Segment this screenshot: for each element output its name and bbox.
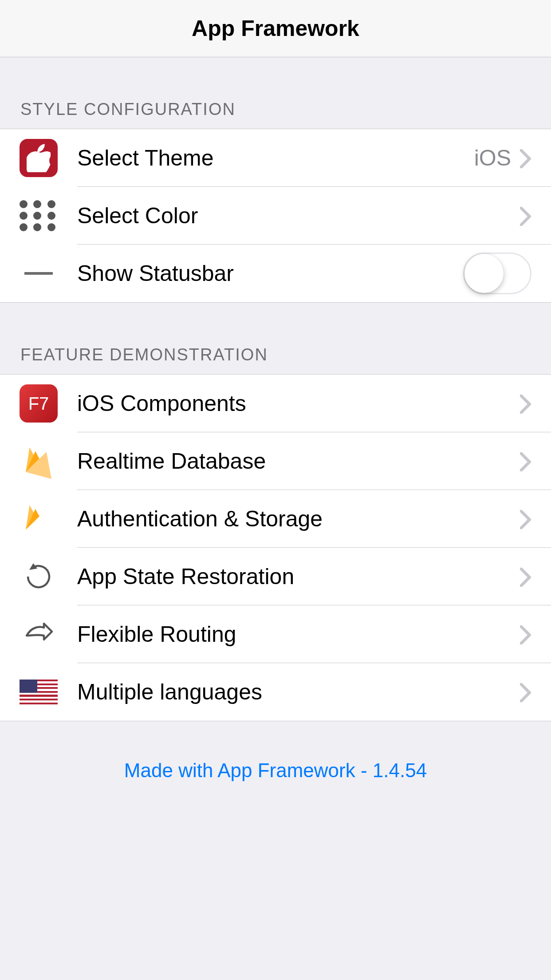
f7-icon: F7 — [20, 384, 58, 423]
label-ios-components: iOS Components — [77, 391, 520, 416]
list-feature-demonstration: F7 iOS Components Realtime Database Auth… — [0, 374, 551, 721]
chevron-right-icon — [520, 568, 531, 585]
chevron-right-icon — [520, 510, 531, 528]
firebase-icon — [20, 500, 58, 538]
row-authentication-storage[interactable]: Authentication & Storage — [0, 490, 551, 548]
navbar-title: App Framework — [192, 16, 359, 41]
chevron-right-icon — [520, 149, 531, 167]
firebase-icon — [20, 442, 58, 480]
chevron-right-icon — [520, 452, 531, 470]
row-select-theme[interactable]: Select Theme iOS — [0, 129, 551, 187]
share-arrow-icon — [20, 615, 58, 653]
chevron-right-icon — [520, 207, 531, 225]
chevron-right-icon — [520, 625, 531, 643]
refresh-icon — [20, 557, 58, 596]
dots-grid-icon — [20, 197, 58, 235]
row-show-statusbar: Show Statusbar — [0, 245, 551, 302]
section-header-feature: FEATURE DEMONSTRATION — [0, 303, 551, 374]
label-select-color: Select Color — [77, 203, 520, 229]
toggle-knob — [464, 254, 504, 293]
label-flexible-routing: Flexible Routing — [77, 621, 520, 647]
section-header-style: STYLE CONFIGURATION — [0, 57, 551, 129]
label-authentication-storage: Authentication & Storage — [77, 506, 520, 532]
navbar: App Framework — [0, 0, 551, 57]
label-select-theme: Select Theme — [77, 145, 474, 171]
row-ios-components[interactable]: F7 iOS Components — [0, 375, 551, 432]
row-app-state-restoration[interactable]: App State Restoration — [0, 548, 551, 605]
row-select-color[interactable]: Select Color — [0, 187, 551, 245]
row-flexible-routing[interactable]: Flexible Routing — [0, 605, 551, 663]
label-multiple-languages: Multiple languages — [77, 679, 520, 705]
footer-link[interactable]: Made with App Framework - 1.4.54 — [0, 721, 551, 820]
row-multiple-languages[interactable]: Multiple languages — [0, 663, 551, 721]
list-style-configuration: Select Theme iOS Select Color Show Statu… — [0, 129, 551, 303]
statusbar-icon — [20, 254, 58, 292]
chevron-right-icon — [520, 395, 531, 412]
chevron-right-icon — [520, 683, 531, 701]
label-app-state-restoration: App State Restoration — [77, 564, 520, 589]
value-select-theme: iOS — [474, 145, 511, 171]
us-flag-icon — [20, 673, 58, 711]
apple-icon — [20, 139, 58, 177]
label-realtime-database: Realtime Database — [77, 448, 520, 474]
row-realtime-database[interactable]: Realtime Database — [0, 432, 551, 490]
label-show-statusbar: Show Statusbar — [77, 261, 463, 286]
toggle-show-statusbar[interactable] — [463, 253, 531, 294]
